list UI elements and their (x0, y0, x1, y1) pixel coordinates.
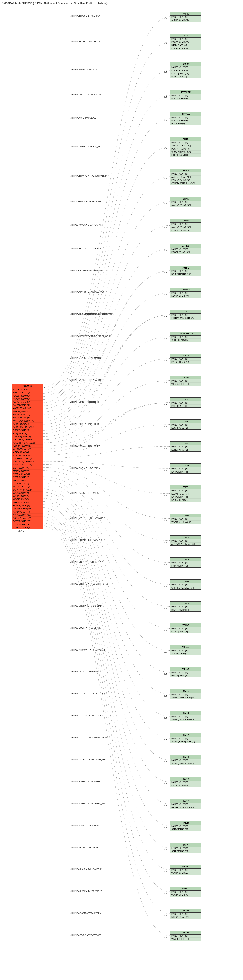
table-field: AZAFOV [CHAR (4)] (12, 444, 43, 448)
relation-label: JHIFP1S-VKGRP = TVKGR-VKGRP (70, 890, 102, 892)
table-cepc[interactable]: CEPCMANDT [CLNT (3)]PRCTR [CHAR (10)]DAT… (170, 34, 201, 50)
table-jhaga[interactable]: JHAGAMANDT [CLNT (3)]AVM_NR [CHAR (10)]P… (170, 169, 201, 185)
table-jdtdrer[interactable]: JDTDRERMANDT [CLNT (3)]DRERZ [CHAR (8)] (170, 90, 201, 100)
relation-label: JHIFP1S-DRERZ = JDTDRER-DRERZ (70, 94, 104, 96)
relation-label: JHIFP1S-PRODH = JJT179-PRODH (70, 247, 102, 250)
table-title: T006 (170, 398, 201, 401)
table-jjtbe[interactable]: JJTBEMANDT [CLNT (3)]BELEINH [CHAR (10)] (170, 266, 201, 276)
table-tjd05[interactable]: TJD05MANDT [CLNT (3)]VAVARTYP [CHAR (2)] (170, 514, 201, 524)
table-tvkm[interactable]: TVKMMANDT [CLNT (3)]KTGRM [CHAR (2)] (170, 908, 201, 919)
cardinality-near: 0..N (164, 892, 167, 894)
cardinality-near: 0..N (164, 519, 167, 521)
table-field: AVMPOS_ART [CHAR (2)] (170, 542, 201, 546)
table-field: VOGRI [CHAR (2)] (12, 485, 43, 488)
table-field: MANDT [CLNT (3)] (170, 313, 201, 317)
table-t683[interactable]: T683MANDT [CLNT (3)]KVEWE [CHAR (1)]KAPP… (170, 485, 201, 502)
relation-edge (43, 489, 170, 672)
relation-label: JHIFP1S-KOSTL = CSKS-KOSTL (70, 68, 100, 71)
table-tvtw[interactable]: TVTWMANDT [CLNT (3)]VTWEG [CHAR (2)] (170, 931, 201, 941)
table-field: MANDT [CLNT (3)] (170, 141, 201, 144)
table-title: JHIFP1S (12, 384, 43, 388)
table-title: TMCB (170, 821, 201, 825)
table-mara[interactable]: MARAMANDT [CLNT (3)]MATNR [CHAR (18)] (170, 353, 201, 364)
table-jjt179[interactable]: JJT179MANDT [CLNT (3)]PRODH [CHAR (18)] (170, 244, 201, 254)
relation-label: JHIFP1S-VGFKTYP = TJH19-FKTYP (70, 561, 103, 563)
table-field: GEWEI [UNIT (3)] (12, 482, 43, 485)
table-title: TVBUR (170, 865, 201, 869)
table-field: AVM_NR [CHAR (10)] (170, 144, 201, 147)
relation-edge (43, 402, 170, 446)
cardinality-near: 0..N (164, 43, 167, 45)
table-tmcb[interactable]: TMCBMANDT [CLNT (3)]STAFG [CHAR (6)] (170, 821, 201, 831)
table-tjhak[interactable]: TJHAKMANDT [CLNT (3)]AUART [CHAR (4)] (170, 645, 201, 655)
table-t006[interactable]: T006MANDT [CLNT (3)]MSEHI [UNIT (3)] (170, 398, 201, 408)
relation-label: JHIFP1S-VKBUR = TVBUR-VKBUR (70, 868, 102, 870)
cardinality-near: 0..N (164, 494, 167, 496)
table-csks[interactable]: CSKSMANDT [CLNT (3)]KOKRS [CHAR (4)]KOST… (170, 62, 201, 78)
table-field: MANDT [CLNT (3)] (170, 38, 201, 41)
relation-label: JHIFP1S-KONDA = T188-KONDA (70, 445, 100, 447)
table-field: POSAR [CHAR (2)] (12, 504, 43, 507)
table-tjj39[interactable]: TJJ39MANDT [CLNT (3)]KTGRB [CHAR (2)] (170, 777, 201, 787)
table-tjh19[interactable]: TJH19MANDT [CLNT (3)]FKTYP [CHAR (1)] (170, 557, 201, 568)
table-field: MANDT [CLNT (3)] (170, 489, 201, 492)
table-tvbur[interactable]: TVBURMANDT [CLNT (3)]VKBUR [CHAR (4)] (170, 865, 201, 875)
table-tjj17[interactable]: TJJ17MANDT [CLNT (3)]AZART_FORM [CHAR (4… (170, 733, 201, 743)
table-tjh97[interactable]: TJH97MANDT [CLNT (3)]OBJKT [CHAR (2)] (170, 623, 201, 633)
table-tjh71[interactable]: TJH71MANDT [CLNT (3)]DIENTYP [CHAR (4)] (170, 601, 201, 611)
table-jjvdb_mk_fk[interactable]: JJVDB_MK_FKMANDT [CLNT (3)]GPNR [CHAR (1… (170, 332, 201, 342)
table-field: MANDT [CLNT (3)] (170, 627, 201, 630)
table-tjh17[interactable]: TJH17MANDT [CLNT (3)]AVMPOS_ART [CHAR (2… (170, 536, 201, 546)
table-field: VKBUR [CHAR (4)] (12, 492, 43, 495)
table-t681a[interactable]: T681AMANDT [CLNT (3)]KAPPL [CHAR (2)] (170, 463, 201, 474)
main-top-cardinality: 1 0..N 1 1 (17, 382, 25, 383)
table-field: MANDT [CLNT (3)] (170, 891, 201, 894)
table-title: JHAK (170, 197, 201, 201)
table-field: PRCTR [CHAR (10)] (170, 41, 201, 44)
table-title: TJJ19 (170, 755, 201, 759)
table-field: MATNR [CHAR (18)] (170, 295, 201, 298)
table-field: MANDT [CLNT (3)] (170, 336, 201, 339)
cardinality-near: 0..N (164, 96, 167, 98)
table-t151[interactable]: T151MANDT [CLNT (3)]KDGRP [CHAR (2)] (170, 420, 201, 430)
table-title: JDTDRER (170, 91, 201, 94)
table-jhae[interactable]: JHAEMANDT [CLNT (3)]AVM_NR [CHAR (10)]PO… (170, 137, 201, 157)
table-title: TJH59 (170, 579, 201, 583)
cardinality-near: 0..N (164, 425, 167, 427)
table-tjj19[interactable]: TJJ19MANDT [CLNT (3)]AZART_GEST [CHAR (4… (170, 755, 201, 765)
table-title: TJJ11 (170, 689, 201, 693)
relation-label: JHIFP1S-VAVTYP = TJD05-VAVARTYP (70, 517, 105, 519)
table-tjj67[interactable]: TJJ67MANDT [CLNT (3)]BEGRP_STAT [CHAR (4… (170, 799, 201, 809)
table-tvkgr[interactable]: TVKGRMANDT [CLNT (3)]VKGRP [CHAR (3)] (170, 887, 201, 897)
table-field: MANDT [CLNT (3)] (170, 467, 201, 470)
table-field: MANDT [CLNT (3)] (170, 803, 201, 806)
table-jdtpva[interactable]: JDTPVAMANDT [CLNT (3)]DRERZ [CHAR (8)]PV… (170, 112, 201, 126)
table-field: MANDT [CLNT (3)] (170, 445, 201, 449)
table-aufk[interactable]: AUFKMANDT [CLNT (3)]AUFNR [CHAR (12)] (170, 12, 201, 22)
cardinality-near: 0..N (164, 403, 167, 405)
table-field: CHIFFRE_KZ [CHAR (1)] (170, 586, 201, 589)
table-field: POS_NR [NUMC (3)] (170, 147, 201, 151)
cardinality-near: 0..N (164, 915, 167, 916)
table-jhifp1s[interactable]: JHIFP1SVTWEG [CHAR (2)]SPART [CHAR (2)]K… (12, 384, 43, 529)
cardinality-near: 0..N (164, 783, 167, 785)
table-field: MATNR [CHAR (18)] (12, 469, 43, 473)
table-field: VGFKTYP [CHAR (1)] (12, 488, 43, 492)
table-t188[interactable]: T188MANDT [CLNT (3)]KONDA [CHAR (2)] (170, 441, 201, 452)
table-jjtdien[interactable]: JJTDIENMANDT [CLNT (3)]MATNR [CHAR (18)] (170, 288, 201, 298)
table-field: MANDT [CLNT (3)] (170, 223, 201, 226)
relation-edge (43, 177, 170, 406)
relation-label: JHIFP1S-WERKS = T001W-WERKS (70, 379, 102, 381)
table-jjtiko[interactable]: JJTIKOMANDT [CLNT (3)]INHALTSKOM [CHAR (… (170, 310, 201, 320)
table-tjhap[interactable]: TJHAPMANDT [CLNT (3)]PSTYV [CHAR (4)] (170, 667, 201, 678)
table-tjj13[interactable]: TJJ13MANDT [CLNT (3)]AZART_AREA [CHAR (4… (170, 711, 201, 721)
table-jhak[interactable]: JHAKMANDT [CLNT (3)]AVM_NR [CHAR (10)] (170, 197, 201, 207)
table-t001w[interactable]: T001WMANDT [CLNT (3)]WERKS [CHAR (4)] (170, 375, 201, 386)
table-jhap[interactable]: JHAPMANDT [CLNT (3)]AVM_NR [CHAR (10)]PO… (170, 219, 201, 232)
table-tspa[interactable]: TSPAMANDT [CLNT (3)]SPART [CHAR (2)] (170, 843, 201, 853)
table-tjh59[interactable]: TJH59MANDT [CLNT (3)]CHIFFRE_KZ [CHAR (1… (170, 579, 201, 590)
table-tjj11[interactable]: TJJ11MANDT [CLNT (3)]AZART_FARB [CHAR (4… (170, 689, 201, 699)
table-field: PSTYV [CHAR (4)] (170, 674, 201, 677)
relation-label: JHIFP1S-KDGRP = T151-KDGRP (70, 423, 100, 425)
table-title: TSPA (170, 843, 201, 847)
